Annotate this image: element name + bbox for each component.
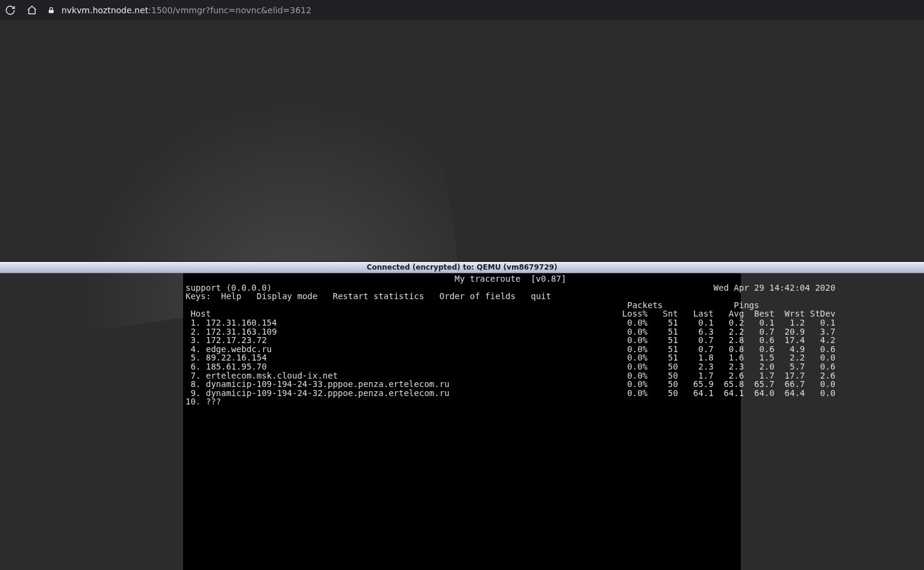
lock-icon [47, 6, 55, 14]
home-icon[interactable] [27, 5, 37, 16]
address-bar[interactable]: nvkvm.hoztnode.net:1500/vmmgr?func=novnc… [47, 5, 919, 15]
browser-toolbar: nvkvm.hoztnode.net:1500/vmmgr?func=novnc… [0, 0, 924, 20]
vnc-terminal[interactable]: My traceroute [v0.87] support (0.0.0.0) … [183, 273, 741, 570]
reload-icon[interactable] [5, 5, 16, 16]
svg-rect-0 [49, 10, 54, 13]
connection-banner: Connected (encrypted) to: QEMU (vm867972… [0, 261, 924, 273]
url-text: nvkvm.hoztnode.net:1500/vmmgr?func=novnc… [61, 5, 311, 15]
